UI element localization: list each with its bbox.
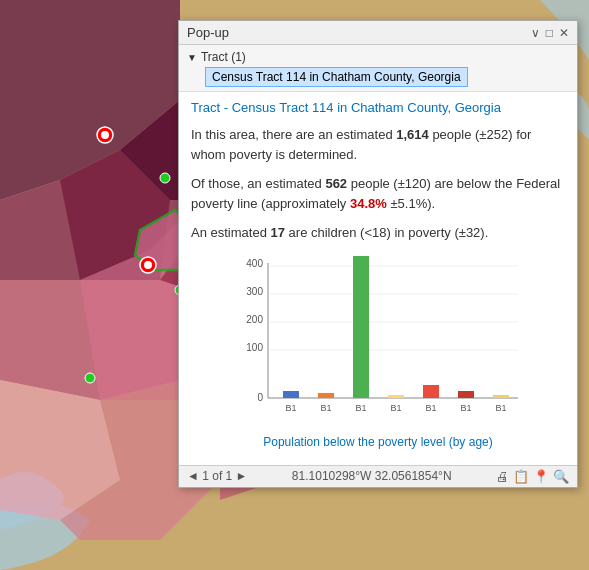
p1-bold: 1,614 [396,127,429,142]
svg-text:300: 300 [246,286,263,297]
close-button[interactable]: ✕ [559,27,569,39]
svg-point-15 [101,131,109,139]
tree-label: Tract (1) [201,50,246,64]
tree-selected-item[interactable]: Census Tract 114 in Chatham County, Geor… [205,67,468,87]
svg-rect-34 [353,256,369,398]
svg-point-19 [160,173,170,183]
p2-prefix: Of those, an estimated [191,176,325,191]
p2-suffix: ±5.1%). [387,196,435,211]
svg-point-20 [85,373,95,383]
print-icon[interactable]: 🖨 [496,469,509,484]
svg-point-17 [144,261,152,269]
svg-rect-32 [283,391,299,398]
statusbar-icons: 🖨 📋 📍 🔍 [496,469,569,484]
popup-controls: ∨ □ ✕ [531,27,569,39]
p2-bold: 562 [325,176,347,191]
svg-text:400: 400 [246,258,263,269]
svg-text:B1: B1 [390,403,401,413]
p3-bold: 17 [271,225,285,240]
svg-text:B1: B1 [460,403,471,413]
svg-text:B1: B1 [425,403,436,413]
svg-text:B1: B1 [285,403,296,413]
tree-row-tract: ▼ Tract (1) [187,49,569,65]
svg-text:100: 100 [246,342,263,353]
pagination[interactable]: ◄ 1 of 1 ► [187,469,247,483]
coordinates: 81.1010298°W 32.0561854°N [292,469,452,483]
svg-rect-38 [493,395,509,398]
svg-text:B1: B1 [355,403,366,413]
copy-icon[interactable]: 📋 [513,469,529,484]
chart-container: 400 300 200 100 0 [218,253,538,449]
svg-rect-37 [458,391,474,398]
svg-text:B1: B1 [495,403,506,413]
restore-button[interactable]: □ [546,27,553,39]
popup-window: Pop-up ∨ □ ✕ ▼ Tract (1) Census Tract 11… [178,20,578,488]
popup-title: Pop-up [187,25,229,40]
paragraph-1: In this area, there are an estimated 1,6… [191,125,565,164]
minimize-button[interactable]: ∨ [531,27,540,39]
svg-text:B1: B1 [320,403,331,413]
p2-red: 34.8% [350,196,387,211]
popup-content: Tract - Census Tract 114 in Chatham Coun… [179,92,577,465]
search-icon[interactable]: 🔍 [553,469,569,484]
tract-title: Tract - Census Tract 114 in Chatham Coun… [191,100,565,115]
p3-suffix: are children (<18) in poverty (±32). [285,225,488,240]
chart-caption: Population below the poverty level (by a… [218,435,538,449]
statusbar-left: ◄ 1 of 1 ► [187,469,247,483]
svg-rect-36 [423,385,439,398]
p1-prefix: In this area, there are an estimated [191,127,396,142]
paragraph-3: An estimated 17 are children (<18) in po… [191,223,565,243]
location-icon[interactable]: 📍 [533,469,549,484]
paragraph-2: Of those, an estimated 562 people (±120)… [191,174,565,213]
svg-rect-33 [318,393,334,398]
p3-prefix: An estimated [191,225,271,240]
svg-text:200: 200 [246,314,263,325]
svg-rect-35 [388,395,404,398]
popup-tree: ▼ Tract (1) Census Tract 114 in Chatham … [179,45,577,92]
tree-arrow-icon: ▼ [187,52,197,63]
popup-titlebar: Pop-up ∨ □ ✕ [179,21,577,45]
popup-statusbar: ◄ 1 of 1 ► 81.1010298°W 32.0561854°N 🖨 📋… [179,465,577,487]
bar-chart: 400 300 200 100 0 [228,253,528,433]
svg-text:0: 0 [257,392,263,403]
